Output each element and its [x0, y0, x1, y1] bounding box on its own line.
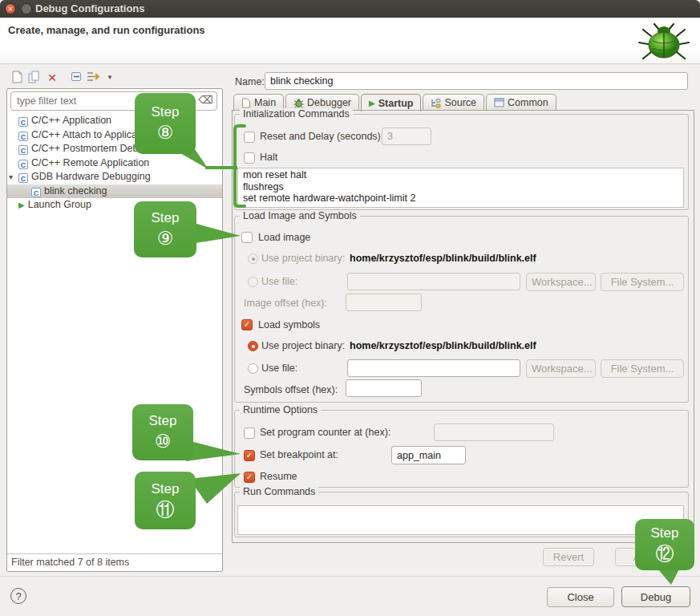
- window-close-button[interactable]: ✕: [5, 3, 16, 14]
- group-title: Load Image and Symbols: [240, 210, 360, 221]
- bottom-separator: [0, 576, 700, 578]
- symbols-offset-input[interactable]: [346, 379, 422, 397]
- reset-and-delay-checkbox[interactable]: [244, 132, 255, 143]
- symbols-file-input[interactable]: [347, 359, 520, 377]
- new-configuration-button[interactable]: [8, 71, 26, 86]
- callout-step-number: ⑨: [157, 228, 174, 249]
- callout-step-11: Step ⑪: [135, 472, 196, 529]
- tree-item-gdb-hardware-debugging[interactable]: ▾CGDB Hardware Debugging: [7, 170, 222, 184]
- symbols-file-system-button[interactable]: File System...: [601, 359, 684, 378]
- image-workspace-button[interactable]: Workspace...: [526, 273, 596, 291]
- revert-button[interactable]: Revert: [543, 548, 594, 566]
- symbols-use-file-radio[interactable]: [248, 363, 258, 374]
- program-counter-input[interactable]: [434, 424, 554, 441]
- tab-source[interactable]: Source: [423, 94, 484, 111]
- callout-step-9: Step ⑨: [134, 201, 196, 257]
- tree-item-cpp-remote[interactable]: CC/C++ Remote Application: [7, 156, 222, 171]
- load-symbols-label: Load symbols: [258, 319, 320, 330]
- toolbar-menu-caret[interactable]: ▼: [101, 71, 119, 86]
- group-run-commands: Run Commands: [234, 492, 689, 537]
- duplicate-configuration-button[interactable]: [26, 71, 43, 86]
- group-runtime-options: Runtime Options Set program counter at (…: [234, 410, 689, 488]
- set-program-counter-checkbox[interactable]: [244, 428, 255, 439]
- check-icon: ✓: [246, 472, 253, 481]
- image-use-file-label: Use file:: [261, 276, 297, 287]
- image-use-project-binary-label: Use project binary:: [261, 253, 345, 264]
- halt-checkbox[interactable]: [244, 152, 255, 164]
- reset-and-delay-label: Reset and Delay (seconds):: [260, 131, 383, 142]
- debug-button[interactable]: Debug: [621, 586, 690, 607]
- startup-tab-play-icon: ▶: [369, 99, 375, 107]
- tab-startup[interactable]: ▶ Startup: [361, 94, 421, 111]
- callout-step-10: Step ⑩: [132, 404, 193, 460]
- filter-launch-configurations-button[interactable]: [84, 71, 102, 86]
- group-initialization-commands: Initialization Commands Reset and Delay …: [234, 114, 689, 210]
- callout-step-number: ⑪: [156, 499, 175, 520]
- c-config-icon: C: [18, 173, 28, 183]
- delete-configuration-button[interactable]: ✕: [43, 71, 61, 86]
- check-icon: ✓: [246, 451, 253, 460]
- c-config-icon: C: [18, 160, 28, 169]
- name-label: Name:: [235, 76, 265, 87]
- filter-icon: [87, 71, 100, 83]
- symbols-project-binary-path: home/krzysztof/esp/blink/build/blink.elf: [350, 340, 536, 351]
- load-image-label: Load image: [258, 232, 310, 243]
- debugger-tab-icon: [293, 98, 304, 108]
- symbols-use-file-label: Use file:: [261, 363, 297, 374]
- name-input[interactable]: [265, 72, 688, 90]
- tab-label: Common: [508, 97, 548, 108]
- callout-step-text: Step: [651, 525, 679, 541]
- set-program-counter-label: Set program counter at (hex):: [260, 427, 390, 438]
- symbols-workspace-button[interactable]: Workspace...: [526, 359, 596, 378]
- expander-open-icon[interactable]: ▾: [9, 170, 18, 184]
- image-offset-input[interactable]: [346, 294, 422, 311]
- run-commands-textarea[interactable]: [237, 505, 684, 535]
- image-use-project-binary-radio[interactable]: [248, 253, 258, 264]
- callout-step-text: Step: [152, 104, 180, 120]
- breakpoint-input[interactable]: [391, 446, 466, 464]
- load-image-checkbox[interactable]: [241, 232, 253, 243]
- tree-item-label: C/C++ Remote Application: [31, 157, 149, 168]
- common-tab-icon: [494, 98, 504, 107]
- source-tab-icon: [431, 98, 441, 108]
- group-title: Run Commands: [240, 486, 318, 497]
- symbols-offset-label: Symbols offset (hex):: [244, 384, 338, 395]
- collapse-all-button[interactable]: [67, 71, 85, 86]
- image-offset-label: Image offset (hex):: [244, 298, 327, 309]
- tab-label: Debugger: [307, 97, 351, 108]
- tree-item-label: C/C++ Attach to Applica: [31, 129, 137, 140]
- filter-status-text: Filter matched 7 of 8 items: [7, 553, 222, 571]
- group-title: Runtime Options: [240, 404, 321, 415]
- init-commands-textarea[interactable]: mon reset halt flushregs set remote hard…: [237, 168, 684, 208]
- dialog-header-title: Create, manage, and run configurations: [8, 24, 205, 36]
- tree-item-blink-checking[interactable]: Cblink checking: [7, 184, 222, 199]
- tab-label: Source: [444, 97, 476, 108]
- set-breakpoint-checkbox[interactable]: ✓: [244, 450, 255, 461]
- callout-step-number: ⑩: [155, 431, 172, 452]
- launch-group-play-icon: ▶: [18, 201, 25, 209]
- tab-label: Startup: [378, 98, 414, 109]
- c-config-icon: C: [31, 188, 41, 197]
- tab-common[interactable]: Common: [486, 94, 556, 111]
- image-file-input[interactable]: [347, 273, 520, 290]
- check-icon: ✓: [244, 320, 250, 329]
- help-button[interactable]: ?: [10, 588, 26, 604]
- main-tab-icon: [241, 98, 251, 108]
- symbols-use-project-binary-radio[interactable]: [248, 341, 258, 351]
- window-minimize-button[interactable]: [21, 3, 32, 14]
- callout-step-8: Step ⑧: [135, 93, 196, 154]
- bug-icon: [637, 22, 691, 63]
- help-icon: ?: [15, 590, 21, 602]
- c-config-icon: C: [18, 132, 28, 141]
- resume-checkbox[interactable]: ✓: [244, 472, 255, 483]
- clear-filter-icon[interactable]: ⌫: [199, 94, 213, 106]
- reset-delay-seconds-input[interactable]: [382, 128, 431, 145]
- close-icon: ✕: [8, 6, 14, 13]
- delete-icon: ✕: [47, 71, 57, 84]
- image-use-file-radio[interactable]: [248, 277, 258, 287]
- duplicate-icon: [28, 71, 41, 83]
- image-file-system-button[interactable]: File System...: [601, 273, 684, 291]
- close-button[interactable]: Close: [547, 587, 614, 607]
- c-config-icon: C: [18, 117, 28, 127]
- load-symbols-checkbox[interactable]: ✓: [241, 319, 253, 330]
